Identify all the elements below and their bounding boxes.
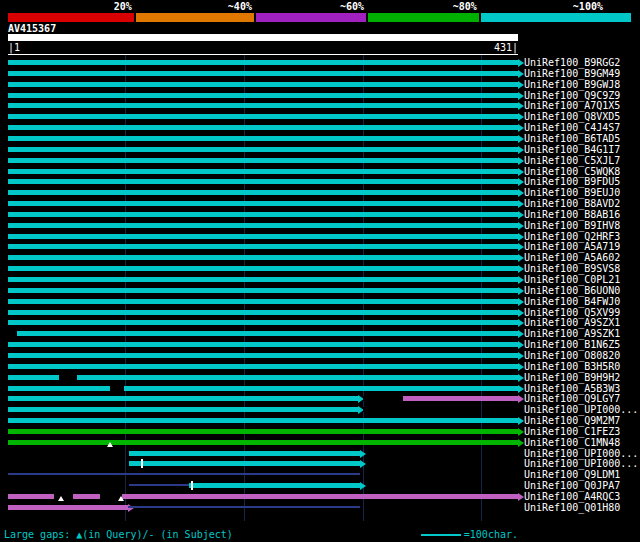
hit-row: UniRef100_A4RQC3: [0, 491, 640, 502]
alignment-segment: [8, 288, 518, 293]
hit-bars: [8, 57, 518, 68]
hit-bars: [8, 122, 518, 133]
hit-bars: [8, 393, 518, 404]
hit-row: UniRef100_O80820: [0, 350, 640, 361]
hit-label[interactable]: UniRef100_C5XJL7: [524, 155, 620, 166]
gap-marker-icon: [141, 459, 143, 468]
hit-bars: [8, 372, 518, 383]
hit-label[interactable]: UniRef100_C4J4S7: [524, 122, 620, 133]
hit-label[interactable]: UniRef100_B6TAD5: [524, 133, 620, 144]
hit-label[interactable]: UniRef100_A5A602: [524, 252, 620, 263]
query-name: AV415367: [8, 23, 56, 34]
hit-label[interactable]: UniRef100_B8AB16: [524, 209, 620, 220]
hit-bars: [8, 220, 518, 231]
hit-label[interactable]: UniRef100_B9FDU5: [524, 176, 620, 187]
hit-label[interactable]: UniRef100_B6UON0: [524, 285, 620, 296]
alignment-segment: [8, 386, 110, 391]
alignment-segment: [129, 451, 360, 456]
hit-label[interactable]: UniRef100_B9RGG2: [524, 57, 620, 68]
hit-row: UniRef100_C1FEZ3: [0, 426, 640, 437]
alignment-segment: [129, 484, 189, 486]
hit-label[interactable]: UniRef100_B3H5R0: [524, 361, 620, 372]
alignment-segment: [8, 212, 518, 217]
hit-label[interactable]: UniRef100_B4FWJ0: [524, 296, 620, 307]
arrow-head-icon: [360, 482, 366, 490]
hit-row: UniRef100_B9EUJ0: [0, 187, 640, 198]
alignment-segment: [8, 244, 518, 249]
alignment-segment: [8, 505, 128, 510]
hit-bars: [8, 90, 518, 101]
hit-bars: [8, 111, 518, 122]
hit-label[interactable]: UniRef100_O80820: [524, 350, 620, 361]
alignment-segment: [8, 179, 518, 184]
hit-label[interactable]: UniRef100_UPI000...: [524, 448, 638, 459]
legend-color-segment: [256, 13, 368, 22]
hit-label[interactable]: UniRef100_B9GWJ8: [524, 79, 620, 90]
hit-label[interactable]: UniRef100_A4RQC3: [524, 491, 620, 502]
hit-label[interactable]: UniRef100_B9SVS8: [524, 263, 620, 274]
hit-label[interactable]: UniRef100_A5A719: [524, 241, 620, 252]
hit-row: UniRef100_Q8VXD5: [0, 111, 640, 122]
hit-label[interactable]: UniRef100_Q9M2M7: [524, 415, 620, 426]
hit-label[interactable]: UniRef100_B1N6Z5: [524, 339, 620, 350]
alignment-segment: [8, 114, 518, 119]
hit-label[interactable]: UniRef100_B4G1I7: [524, 144, 620, 155]
hit-row: UniRef100_A5A602: [0, 252, 640, 263]
hit-label[interactable]: UniRef100_Q2HRF3: [524, 231, 620, 242]
hit-label[interactable]: UniRef100_A5B3W3: [524, 383, 620, 394]
hit-bars: [8, 263, 518, 274]
hit-label[interactable]: UniRef100_B9H9H2: [524, 372, 620, 383]
hit-label[interactable]: UniRef100_UPI000...: [524, 458, 638, 469]
hit-bars: [8, 491, 518, 502]
hit-label[interactable]: UniRef100_B9EUJ0: [524, 187, 620, 198]
alignment-segment: [8, 136, 518, 141]
hit-row: UniRef100_B8AB16: [0, 209, 640, 220]
hit-bars: [8, 361, 518, 372]
alignment-segment: [129, 461, 360, 466]
hit-row: UniRef100_C0PL21: [0, 274, 640, 285]
hit-label[interactable]: UniRef100_Q01H80: [524, 502, 620, 513]
hit-label[interactable]: UniRef100_C0PL21: [524, 274, 620, 285]
hit-label[interactable]: UniRef100_Q9LGY7: [524, 393, 620, 404]
hit-label[interactable]: UniRef100_Q9LDM1: [524, 469, 620, 480]
hit-label[interactable]: UniRef100_UPI000...: [524, 404, 638, 415]
legend-label: ~60%: [256, 1, 368, 12]
hit-bars: [8, 502, 518, 513]
alignment-segment: [8, 71, 518, 76]
hit-bars: [8, 176, 518, 187]
query-ruler-bar: [8, 34, 518, 41]
hit-label[interactable]: UniRef100_Q8VXD5: [524, 111, 620, 122]
hit-label[interactable]: UniRef100_A9SZK1: [524, 328, 620, 339]
hit-bars: [8, 328, 518, 339]
gap-marker-icon: [191, 481, 193, 490]
hit-label[interactable]: UniRef100_B9GM49: [524, 68, 620, 79]
scale-label: =100char.: [464, 529, 518, 540]
hit-label[interactable]: UniRef100_Q9C9Z9: [524, 90, 620, 101]
alignment-segment: [8, 82, 518, 87]
hit-label[interactable]: UniRef100_C1FEZ3: [524, 426, 620, 437]
gaps-legend-text: Large gaps: ▲(in Query)/- (in Subject): [4, 529, 233, 540]
hit-label[interactable]: UniRef100_Q5XV99: [524, 307, 620, 318]
hit-label[interactable]: UniRef100_A9SZX1: [524, 317, 620, 328]
coord-end-label: 431|: [494, 42, 518, 53]
alignment-segment: [8, 429, 518, 434]
hit-row: UniRef100_Q01H80: [0, 502, 640, 513]
alignment-segment: [8, 353, 518, 358]
hit-row: UniRef100_Q2HRF3: [0, 231, 640, 242]
hit-row: UniRef100_B9GM49: [0, 68, 640, 79]
hit-label[interactable]: UniRef100_Q0JPA7: [524, 480, 620, 491]
alignment-segment: [8, 103, 518, 108]
hit-label[interactable]: UniRef100_B9IHV8: [524, 220, 620, 231]
alignment-segment: [8, 342, 518, 347]
hit-row: UniRef100_B9SVS8: [0, 263, 640, 274]
hit-label[interactable]: UniRef100_B8AVD2: [524, 198, 620, 209]
alignment-segment: [8, 310, 518, 315]
hit-row: UniRef100_B9GWJ8: [0, 79, 640, 90]
hit-label[interactable]: UniRef100_C5WQK8: [524, 166, 620, 177]
hit-label[interactable]: UniRef100_C1MN48: [524, 437, 620, 448]
hit-bars: [8, 426, 518, 437]
hit-label[interactable]: UniRef100_A7Q1X5: [524, 100, 620, 111]
alignment-segment: [8, 375, 59, 380]
hit-bars: [8, 133, 518, 144]
hit-bars: [8, 480, 518, 491]
